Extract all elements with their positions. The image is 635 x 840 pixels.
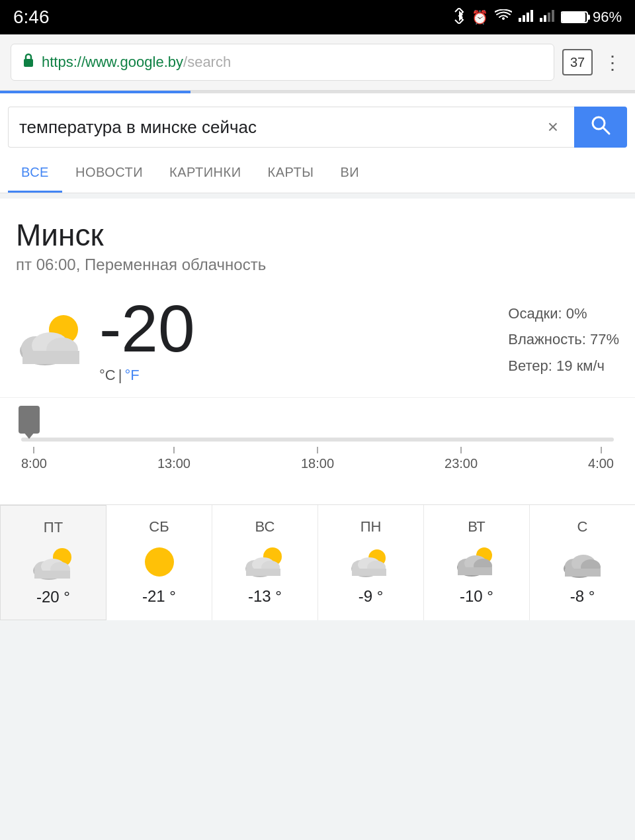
signal1-icon — [519, 10, 533, 25]
timeline-thumb[interactable] — [19, 406, 40, 434]
svg-rect-25 — [34, 571, 70, 579]
search-bar-container: температура в минске сейчас × ВСЕ НОВОСТ… — [0, 93, 635, 193]
tick-1300: 13:00 — [157, 447, 190, 471]
browser-menu-button[interactable]: ⋮ — [601, 52, 624, 73]
day-label-pt: ПТ — [7, 519, 99, 536]
tick-mark — [601, 447, 602, 453]
search-submit-button[interactable] — [574, 107, 627, 148]
svg-rect-2 — [527, 13, 529, 22]
forecast-day-vs[interactable]: ВС -13 ° — [212, 505, 318, 620]
svg-rect-32 — [246, 569, 280, 576]
svg-rect-49 — [565, 569, 601, 577]
svg-rect-3 — [530, 10, 533, 22]
bluetooth-icon — [453, 8, 465, 27]
temperature-display: -20 — [99, 295, 195, 361]
battery-percentage: 96% — [593, 9, 622, 26]
tick-400: 4:00 — [588, 447, 614, 471]
precipitation-label: Осадки: 0% — [508, 301, 619, 327]
lock-icon — [22, 52, 35, 72]
content: Минск пт 06:00, Переменная облачность — [0, 199, 635, 620]
svg-rect-9 — [562, 13, 585, 22]
wifi-icon — [495, 9, 512, 26]
forecast-day-s[interactable]: С -8 ° — [530, 505, 635, 620]
day-temp-sb: -21 ° — [113, 587, 205, 606]
svg-rect-10 — [587, 15, 590, 20]
forecast-day-sb[interactable]: СБ -21 ° — [106, 505, 212, 620]
forecast-icon-vt — [454, 543, 500, 581]
tab-images[interactable]: КАРТИНКИ — [156, 154, 255, 193]
day-temp-pn: -9 ° — [325, 587, 417, 606]
tick-label-1800: 18:00 — [301, 456, 334, 471]
unit-separator: | — [116, 367, 125, 384]
tick-mark — [460, 447, 462, 453]
url-scheme: https:// — [42, 54, 85, 70]
forecast-icon-pt — [30, 544, 77, 581]
temp-units: °C | °F — [99, 367, 195, 384]
tick-label-400: 4:00 — [588, 456, 614, 471]
forecast-day-pn[interactable]: ПН -9 ° — [318, 505, 424, 620]
timeline-track[interactable] — [21, 438, 614, 442]
day-label-vs: ВС — [219, 518, 311, 536]
wind-label: Ветер: 19 км/ч — [508, 353, 619, 379]
forecast-day-vt[interactable]: ВТ -10 ° — [424, 505, 530, 620]
timeline-container: 8:00 13:00 18:00 23:00 4:00 — [0, 397, 635, 504]
tab-news[interactable]: НОВОСТИ — [62, 154, 156, 193]
tick-label-1300: 13:00 — [157, 456, 190, 471]
svg-line-13 — [603, 128, 609, 134]
tick-2300: 23:00 — [444, 447, 478, 471]
tab-maps[interactable]: КАРТЫ — [255, 154, 327, 193]
svg-rect-4 — [540, 18, 542, 22]
weather-left: -20 °C | °F — [16, 295, 195, 384]
search-magnifier-icon — [590, 115, 611, 140]
svg-rect-19 — [22, 351, 79, 364]
forecast-icon-s — [560, 543, 606, 581]
weather-subtitle: пт 06:00, Переменная облачность — [16, 256, 619, 274]
weather-details: Осадки: 0% Влажность: 77% Ветер: 19 км/ч — [508, 301, 619, 379]
forecast-icon-pn — [348, 543, 394, 581]
svg-rect-5 — [544, 15, 546, 22]
tab-count-label: 37 — [570, 55, 585, 70]
svg-rect-38 — [352, 569, 386, 576]
unit-fahrenheit[interactable]: °F — [124, 367, 139, 384]
tab-count-button[interactable]: 37 — [562, 49, 593, 75]
humidity-label: Влажность: 77% — [508, 326, 619, 353]
url-path: /search — [183, 54, 231, 70]
forecast-day-pt[interactable]: ПТ -20 ° — [0, 505, 106, 620]
tick-label-2300: 23:00 — [444, 456, 478, 471]
day-temp-vs: -13 ° — [219, 587, 311, 606]
day-label-sb: СБ — [113, 518, 205, 536]
tick-mark — [173, 447, 175, 453]
url-text: https://www.google.by/search — [42, 54, 543, 71]
forecast-icon-sb — [136, 543, 183, 581]
day-label-s: С — [536, 518, 628, 536]
day-label-vt: ВТ — [431, 518, 523, 536]
weekly-forecast: ПТ -20 ° СБ -21 ° — [0, 504, 635, 620]
url-bar[interactable]: https://www.google.by/search — [11, 44, 554, 81]
url-host: www.google.by — [85, 54, 183, 70]
weather-icon-large — [16, 310, 89, 369]
temp-block: -20 °C | °F — [99, 295, 195, 384]
search-clear-button[interactable]: × — [542, 117, 564, 138]
tick-label-800: 8:00 — [21, 456, 47, 471]
search-row: температура в минске сейчас × — [0, 100, 635, 154]
tick-mark — [317, 447, 318, 453]
weather-header: Минск пт 06:00, Переменная облачность — [0, 199, 635, 282]
svg-rect-44 — [458, 567, 492, 575]
status-bar: 6:46 ⏰ — [0, 0, 635, 34]
tab-video[interactable]: ВИ — [327, 154, 372, 193]
unit-celsius: °C — [99, 367, 116, 384]
weather-city: Минск — [16, 217, 619, 253]
battery-icon: 96% — [561, 9, 622, 26]
signal2-icon — [540, 10, 554, 25]
svg-rect-11 — [24, 59, 33, 67]
day-label-pn: ПН — [325, 518, 417, 536]
timeline-ticks: 8:00 13:00 18:00 23:00 4:00 — [16, 442, 619, 471]
day-temp-vt: -10 ° — [431, 587, 523, 606]
search-input-area[interactable]: температура в минске сейчас × — [8, 107, 574, 148]
timeline-slider[interactable]: 8:00 13:00 18:00 23:00 4:00 — [16, 404, 619, 491]
tab-all[interactable]: ВСЕ — [8, 154, 62, 193]
tick-mark — [33, 447, 34, 453]
svg-rect-1 — [523, 15, 525, 22]
tick-800: 8:00 — [21, 447, 47, 471]
svg-rect-7 — [552, 10, 554, 22]
